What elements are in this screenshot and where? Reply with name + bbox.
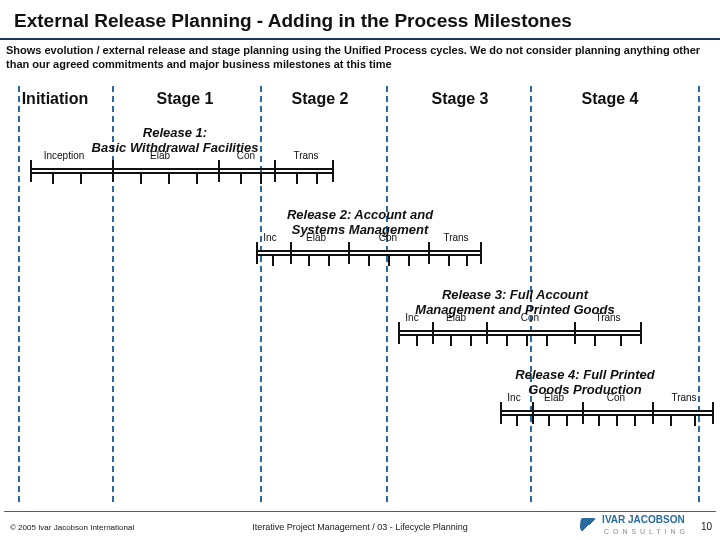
- phase-tick: [398, 322, 400, 344]
- phase-label: Elab: [150, 150, 170, 161]
- phase-tick: [486, 322, 488, 344]
- iteration-subtick: [546, 334, 548, 346]
- phase-label: Trans: [443, 232, 468, 243]
- brand-logo-icon: [579, 518, 599, 532]
- iteration-subtick: [388, 254, 390, 266]
- phase-tick: [332, 160, 334, 182]
- iteration-subtick: [620, 334, 622, 346]
- iteration-subtick: [466, 254, 468, 266]
- phase-tick: [582, 402, 584, 424]
- stage-label: Stage 1: [157, 90, 214, 108]
- stage-label: Stage 3: [432, 90, 489, 108]
- stage-divider: [698, 86, 700, 502]
- iteration-subtick: [408, 254, 410, 266]
- phase-tick: [428, 242, 430, 264]
- iteration-subtick: [450, 334, 452, 346]
- iteration-subtick: [80, 172, 82, 184]
- phase-tick: [274, 160, 276, 182]
- phase-label: Trans: [595, 312, 620, 323]
- phase-label: Con: [607, 392, 625, 403]
- iteration-subtick: [448, 254, 450, 266]
- iteration-subtick: [416, 334, 418, 346]
- phase-tick: [500, 402, 502, 424]
- release-title: Release 4: Full PrintedGoods Production: [470, 368, 700, 398]
- phase-tick: [30, 160, 32, 182]
- phase-label: Elab: [446, 312, 466, 323]
- phase-label: Inception: [44, 150, 85, 161]
- iteration-subtick: [566, 414, 568, 426]
- phase-tick: [218, 160, 220, 182]
- phase-tick: [532, 402, 534, 424]
- stage-label: Initiation: [22, 90, 89, 108]
- iteration-subtick: [168, 172, 170, 184]
- copyright-text: © 2005 Ivar Jacobson International: [10, 523, 134, 532]
- iteration-subtick: [634, 414, 636, 426]
- phase-tick: [574, 322, 576, 344]
- iteration-subtick: [548, 414, 550, 426]
- phase-tick: [640, 322, 642, 344]
- iteration-subtick: [526, 334, 528, 346]
- stage-divider: [18, 86, 20, 502]
- iteration-subtick: [308, 254, 310, 266]
- iteration-subtick: [52, 172, 54, 184]
- phase-tick: [290, 242, 292, 264]
- brand-name: IVAR JACOBSON: [602, 514, 685, 525]
- iteration-subtick: [260, 172, 262, 184]
- phase-tick: [652, 402, 654, 424]
- iteration-subtick: [470, 334, 472, 346]
- iteration-subtick: [670, 414, 672, 426]
- iteration-subtick: [296, 172, 298, 184]
- phase-label: Con: [521, 312, 539, 323]
- slide-title: External Release Planning - Adding in th…: [0, 0, 720, 40]
- phase-label: Trans: [671, 392, 696, 403]
- phase-label: Elab: [306, 232, 326, 243]
- iteration-subtick: [272, 254, 274, 266]
- phase-label: Elab: [544, 392, 564, 403]
- brand-logo: IVAR JACOBSON C O N S U L T I N G: [580, 514, 686, 536]
- iteration-subtick: [694, 414, 696, 426]
- phase-tick: [256, 242, 258, 264]
- phase-label: Inc: [263, 232, 276, 243]
- phase-label: Inc: [405, 312, 418, 323]
- iteration-subtick: [140, 172, 142, 184]
- phase-tick: [480, 242, 482, 264]
- stage-label: Stage 4: [582, 90, 639, 108]
- iteration-subtick: [196, 172, 198, 184]
- iteration-subtick: [316, 172, 318, 184]
- iteration-subtick: [368, 254, 370, 266]
- phase-label: Con: [379, 232, 397, 243]
- stage-label: Stage 2: [292, 90, 349, 108]
- iteration-subtick: [328, 254, 330, 266]
- doc-path-text: Iterative Project Management / 03 - Life…: [252, 522, 468, 532]
- phase-label: Trans: [293, 150, 318, 161]
- iteration-subtick: [616, 414, 618, 426]
- phase-tick: [432, 322, 434, 344]
- iteration-subtick: [506, 334, 508, 346]
- iteration-subtick: [516, 414, 518, 426]
- iteration-subtick: [240, 172, 242, 184]
- phase-label: Con: [237, 150, 255, 161]
- release-title: Release 2: Account andSystems Management: [250, 208, 470, 238]
- release-bar: [30, 168, 332, 174]
- iteration-subtick: [598, 414, 600, 426]
- iteration-subtick: [594, 334, 596, 346]
- phase-tick: [348, 242, 350, 264]
- slide-subtitle: Shows evolution / external release and s…: [0, 40, 720, 76]
- phase-label: Inc: [507, 392, 520, 403]
- release-bar: [398, 330, 640, 336]
- brand-subline: C O N S U L T I N G: [604, 528, 686, 535]
- phase-tick: [712, 402, 714, 424]
- phase-tick: [112, 160, 114, 182]
- page-number: 10: [701, 521, 712, 532]
- footer: © 2005 Ivar Jacobson International Itera…: [0, 510, 720, 540]
- diagram-canvas: InitiationStage 1Stage 2Stage 3Stage 4Re…: [0, 72, 720, 508]
